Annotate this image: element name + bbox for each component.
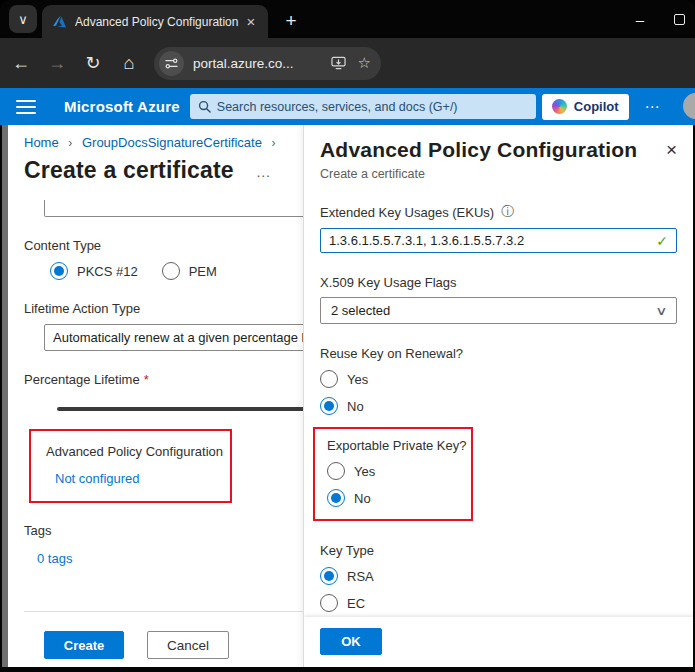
content-type-label: Content Type (24, 238, 305, 253)
breadcrumb-separator: › (271, 136, 275, 150)
forward-button[interactable]: → (42, 53, 72, 74)
copilot-label: Copilot (574, 99, 619, 114)
create-button[interactable]: Create (44, 631, 124, 659)
azure-logo-icon (52, 14, 67, 29)
radio-label: RSA (347, 569, 374, 584)
radio-reuse-yes[interactable]: Yes (320, 370, 677, 388)
radio-icon (327, 462, 345, 480)
info-icon[interactable]: ⓘ (501, 203, 514, 221)
chevron-down-icon: ∨ (18, 12, 28, 27)
tab-search-button[interactable]: ∨ (9, 5, 37, 33)
divider (24, 611, 305, 612)
advanced-policy-panel: Advanced Policy Configuration × Create a… (303, 125, 693, 667)
radio-exportable-yes[interactable]: Yes (327, 462, 471, 480)
radio-icon (50, 262, 68, 280)
browser-window: ∨ Advanced Policy Configuration × + – ← … (0, 0, 695, 672)
browser-tab[interactable]: Advanced Policy Configuration × (42, 5, 268, 38)
radio-reuse-no[interactable]: No (320, 397, 677, 415)
page-title: Create a certificate (24, 157, 234, 184)
hamburger-menu-icon[interactable] (16, 100, 36, 114)
eku-label: Extended Key Usages (EKUs) (320, 205, 494, 220)
azure-search-box[interactable] (190, 94, 536, 119)
radio-icon (162, 262, 180, 280)
browser-tab-bar: ∨ Advanced Policy Configuration × + – (0, 0, 695, 38)
advanced-policy-highlight-box: Advanced Policy Configuration Not config… (29, 429, 232, 503)
ok-button[interactable]: OK (320, 628, 382, 655)
breadcrumb-separator: › (68, 136, 72, 150)
not-configured-link[interactable]: Not configured (55, 471, 140, 486)
radio-label: No (347, 399, 364, 414)
azure-brand[interactable]: Microsoft Azure (64, 98, 180, 115)
url-text[interactable]: portal.azure.co... (193, 56, 319, 71)
radio-label: Yes (347, 372, 368, 387)
page-content: Home › GroupDocsSignatureCertificate › C… (2, 125, 693, 667)
radio-label: PKCS #12 (77, 264, 138, 279)
valid-check-icon: ✓ (656, 233, 668, 249)
copilot-logo-icon (552, 99, 567, 114)
panel-subtitle: Create a certificate (320, 167, 677, 181)
new-tab-button[interactable]: + (278, 8, 304, 34)
chevron-down-icon: ∨ (655, 304, 667, 318)
address-bar[interactable]: portal.azure.co... ☆ (154, 47, 381, 80)
breadcrumb-home[interactable]: Home (24, 135, 59, 150)
search-input[interactable] (217, 100, 528, 114)
key-type-label: Key Type (320, 543, 677, 558)
breadcrumb-certificate[interactable]: GroupDocsSignatureCertificate (82, 135, 262, 150)
exportable-key-highlight-box: Exportable Private Key? Yes No (313, 427, 473, 521)
tab-close-icon[interactable]: × (242, 13, 260, 30)
radio-pem[interactable]: PEM (162, 262, 217, 280)
radio-label: Yes (354, 464, 375, 479)
radio-icon (320, 567, 338, 585)
radio-label: EC (347, 596, 365, 611)
send-to-device-icon[interactable] (331, 56, 346, 70)
radio-pkcs12[interactable]: PKCS #12 (50, 262, 138, 280)
partial-text-field[interactable] (44, 200, 305, 217)
azure-header: Microsoft Azure Copilot ⋯ (0, 88, 695, 125)
exportable-key-label: Exportable Private Key? (327, 438, 471, 453)
avatar[interactable] (683, 93, 695, 119)
radio-key-type-ec[interactable]: EC (320, 594, 677, 612)
more-options-icon[interactable]: ⋯ (645, 98, 662, 116)
radio-icon (320, 397, 338, 415)
reuse-key-label: Reuse Key on Renewal? (320, 346, 677, 361)
page-more-icon[interactable]: … (256, 163, 271, 180)
maximize-button[interactable] (674, 14, 685, 25)
cancel-button[interactable]: Cancel (147, 631, 229, 659)
lifetime-action-label: Lifetime Action Type (24, 301, 305, 316)
search-icon (198, 100, 211, 113)
tab-title: Advanced Policy Configuration (75, 15, 242, 29)
window-controls: – (636, 0, 685, 38)
minimize-button[interactable]: – (636, 12, 644, 27)
required-asterisk: * (144, 372, 149, 387)
eku-input-wrap: ✓ (320, 228, 677, 253)
create-certificate-page: Home › GroupDocsSignatureCertificate › C… (8, 125, 305, 667)
advanced-policy-label: Advanced Policy Configuration (46, 444, 230, 459)
key-usage-label: X.509 Key Usage Flags (320, 275, 677, 290)
home-button[interactable]: ⌂ (114, 53, 144, 74)
copilot-button[interactable]: Copilot (542, 94, 629, 120)
radio-key-type-rsa[interactable]: RSA (320, 567, 677, 585)
close-icon[interactable]: × (666, 140, 677, 159)
lifetime-action-select[interactable]: Automatically renew at a given percentag… (44, 324, 305, 351)
site-settings-icon[interactable] (159, 51, 184, 76)
breadcrumb: Home › GroupDocsSignatureCertificate › (24, 135, 305, 150)
radio-exportable-no[interactable]: No (327, 489, 471, 507)
eku-input[interactable] (329, 233, 656, 248)
reload-button[interactable]: ↻ (78, 52, 108, 74)
radio-icon (320, 594, 338, 612)
key-usage-value: 2 selected (331, 303, 390, 318)
radio-label: No (354, 491, 371, 506)
radio-label: PEM (189, 264, 217, 279)
bookmark-star-icon[interactable]: ☆ (358, 54, 371, 72)
back-button[interactable]: ← (6, 53, 36, 74)
panel-footer: OK (304, 617, 693, 667)
tags-link[interactable]: 0 tags (37, 551, 72, 566)
browser-toolbar: ← → ↻ ⌂ portal.azure.co... ☆ (0, 38, 695, 88)
panel-title: Advanced Policy Configuration (320, 138, 666, 162)
tags-label: Tags (24, 523, 305, 538)
radio-icon (320, 370, 338, 388)
radio-icon (327, 489, 345, 507)
plus-icon: + (285, 10, 296, 32)
percentage-lifetime-slider[interactable] (57, 407, 305, 411)
key-usage-select[interactable]: 2 selected ∨ (320, 297, 677, 324)
